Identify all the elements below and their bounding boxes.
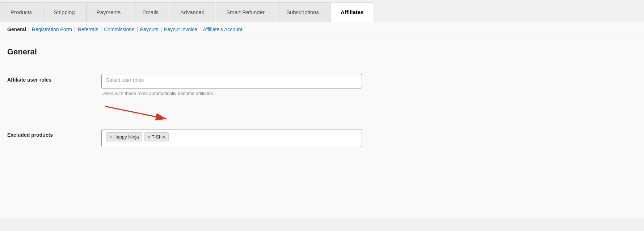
excluded-products-field: × Happy Ninja × T-Shirt bbox=[101, 129, 362, 147]
subnav-sep-2: | bbox=[74, 26, 76, 32]
excluded-products-label: Excluded products bbox=[7, 129, 101, 138]
subnav-payouts[interactable]: Payouts bbox=[140, 26, 159, 32]
affiliate-user-roles-row: Affiliate user roles Select user roles U… bbox=[7, 67, 637, 103]
tabs-bar: Products Shipping Payments Emails Advanc… bbox=[0, 0, 644, 22]
arrow-annotation bbox=[101, 103, 637, 123]
tab-smart-refunder[interactable]: Smart Refunder bbox=[216, 2, 275, 22]
affiliate-user-roles-input[interactable]: Select user roles bbox=[101, 74, 362, 88]
subnav-sep-1: | bbox=[28, 26, 30, 32]
subnav-sep-6: | bbox=[199, 26, 201, 32]
affiliate-user-roles-label: Affiliate user roles bbox=[7, 74, 101, 83]
tag-tshirt-remove[interactable]: × bbox=[148, 135, 150, 140]
tag-happy-ninja: × Happy Ninja bbox=[106, 132, 142, 141]
affiliate-user-roles-description: Users with these roles automatically bec… bbox=[101, 91, 362, 96]
svg-line-1 bbox=[105, 106, 167, 119]
affiliate-user-roles-placeholder: Select user roles bbox=[106, 77, 144, 83]
subnav-sep-4: | bbox=[136, 26, 138, 32]
main-content: General Affiliate user roles Select user… bbox=[0, 37, 644, 218]
tab-products[interactable]: Products bbox=[0, 2, 42, 22]
subnav-sep-3: | bbox=[100, 26, 102, 32]
tag-tshirt-label: T-Shirt bbox=[152, 134, 165, 140]
tab-advanced[interactable]: Advanced bbox=[170, 2, 215, 22]
excluded-products-input[interactable]: × Happy Ninja × T-Shirt bbox=[101, 129, 362, 147]
subnav-commissions[interactable]: Commissions bbox=[104, 26, 134, 32]
subnav-registration-form[interactable]: Registration Form bbox=[32, 26, 72, 32]
affiliate-user-roles-field: Select user roles Users with these roles… bbox=[101, 74, 362, 96]
tab-subscriptions[interactable]: Subscriptions bbox=[276, 2, 329, 22]
tag-happy-ninja-remove[interactable]: × bbox=[109, 135, 112, 140]
tab-shipping[interactable]: Shipping bbox=[43, 2, 85, 22]
section-title: General bbox=[7, 47, 637, 57]
tab-affiliates[interactable]: Affiliates bbox=[330, 2, 374, 22]
subnav-affiliates-account[interactable]: Affiliate's Account bbox=[203, 26, 243, 32]
excluded-products-row: Excluded products × Happy Ninja × T-Shir… bbox=[7, 123, 637, 154]
tab-payments[interactable]: Payments bbox=[86, 2, 131, 22]
subnav: General | Registration Form | Referrals … bbox=[0, 22, 644, 37]
tag-happy-ninja-label: Happy Ninja bbox=[113, 134, 139, 140]
subnav-payout-invoice[interactable]: Payout Invoice bbox=[164, 26, 197, 32]
subnav-referrals[interactable]: Referrals bbox=[78, 26, 98, 32]
subnav-sep-5: | bbox=[160, 26, 162, 32]
annotation-arrow bbox=[101, 103, 181, 123]
tab-emails[interactable]: Emails bbox=[132, 2, 169, 22]
tag-tshirt: × T-Shirt bbox=[144, 132, 169, 141]
subnav-general[interactable]: General bbox=[7, 26, 26, 32]
